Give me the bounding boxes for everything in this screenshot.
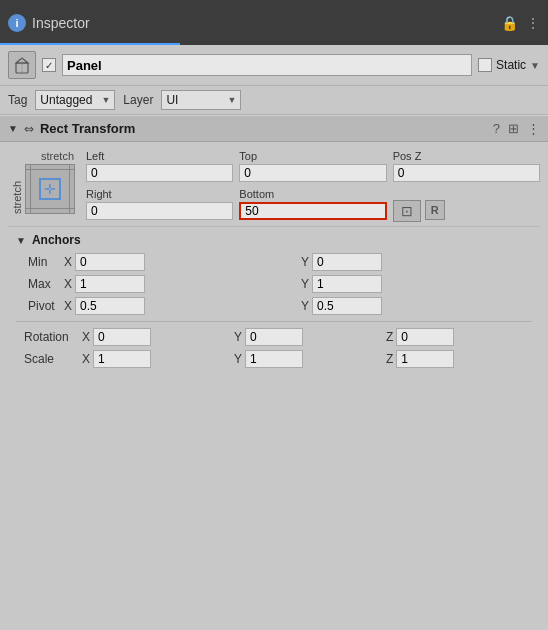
z-letter: Z	[386, 330, 393, 344]
tab-indicator	[0, 43, 180, 45]
anchors-max-row: Max X Y	[16, 275, 532, 293]
rect-transform-title: Rect Transform	[40, 121, 487, 136]
y-letter: Y	[301, 277, 309, 291]
stretch-vline-left	[30, 165, 31, 213]
anchors-pivot-x-coord: X	[64, 297, 295, 315]
anchors-min-label: Min	[28, 255, 58, 269]
anchors-min-y-input[interactable]	[312, 253, 382, 271]
scale-y-input[interactable]	[245, 350, 303, 368]
x-letter: X	[64, 299, 72, 313]
x-letter: X	[82, 330, 90, 344]
section-icons: ? ⊞ ⋮	[493, 121, 540, 136]
settings-icon[interactable]: ⊞	[508, 121, 519, 136]
scale-label: Scale	[24, 352, 76, 366]
rect-transform-header: ▼ ⇔ Rect Transform ? ⊞ ⋮	[0, 115, 548, 142]
fields-labels-row1: Left Top Pos Z	[86, 150, 540, 182]
empty-field-group: ⊡ R	[393, 186, 540, 222]
active-checkbox[interactable]: ✓	[42, 58, 56, 72]
tag-label: Tag	[8, 93, 27, 107]
bottom-input[interactable]	[239, 202, 386, 220]
inspector-header: i Inspector 🔒 ⋮	[0, 0, 548, 45]
left-label: Left	[86, 150, 233, 162]
more-options-icon[interactable]: ⋮	[526, 15, 540, 31]
tag-layer-row: Tag Untagged ▼ Layer UI ▼	[0, 86, 548, 115]
right-input[interactable]	[86, 202, 233, 220]
rotation-z-coord: Z	[386, 328, 532, 346]
fields-grid: Left Top Pos Z Right Bo	[86, 150, 540, 226]
rect-transform-body: stretch stretch ✛ Left	[0, 142, 548, 386]
x-letter: X	[82, 352, 90, 366]
anchors-max-y-coord: Y	[301, 275, 532, 293]
scale-x-coord: X	[82, 350, 228, 368]
tag-dropdown[interactable]: Untagged ▼	[35, 90, 115, 110]
anchors-collapse-arrow[interactable]: ▼	[16, 235, 26, 246]
y-letter: Y	[301, 299, 309, 313]
rotation-label: Rotation	[24, 330, 76, 344]
stretch-box[interactable]: ✛	[25, 164, 75, 214]
rotation-y-coord: Y	[234, 328, 380, 346]
stretch-widget: stretch stretch ✛	[8, 150, 78, 214]
rotation-y-input[interactable]	[245, 328, 303, 346]
anchors-pivot-label: Pivot	[28, 299, 58, 313]
layer-dropdown[interactable]: UI ▼	[161, 90, 241, 110]
bottom-field-group: Bottom	[239, 188, 386, 220]
divider	[16, 321, 532, 322]
section-expand-icon[interactable]: ⇔	[24, 122, 34, 136]
y-letter: Y	[234, 352, 242, 366]
x-letter: X	[64, 255, 72, 269]
tag-dropdown-arrow: ▼	[101, 95, 110, 105]
posz-label: Pos Z	[393, 150, 540, 162]
scale-z-input[interactable]	[396, 350, 454, 368]
anchors-max-x-input[interactable]	[75, 275, 145, 293]
posz-input[interactable]	[393, 164, 540, 182]
rotation-x-input[interactable]	[93, 328, 151, 346]
left-field-group: Left	[86, 150, 233, 182]
stretch-label-top: stretch	[41, 150, 78, 162]
rotation-row: Rotation X Y Z	[16, 328, 532, 346]
active-checkbox-area[interactable]: ✓	[42, 58, 56, 72]
tag-value: Untagged	[40, 93, 97, 107]
anchors-max-y-input[interactable]	[312, 275, 382, 293]
object-name-input[interactable]	[62, 54, 472, 76]
anchors-min-x-coord: X	[64, 253, 295, 271]
anchors-pivot-row: Pivot X Y	[16, 297, 532, 315]
inspector-icon: i	[8, 14, 26, 32]
static-dropdown-arrow[interactable]: ▼	[530, 60, 540, 71]
top-input[interactable]	[239, 164, 386, 182]
stretch-vline-right	[69, 165, 70, 213]
more-icon[interactable]: ⋮	[527, 121, 540, 136]
anchors-title: Anchors	[32, 233, 81, 247]
section-collapse-arrow[interactable]: ▼	[8, 123, 18, 134]
anchors-pivot-y-coord: Y	[301, 297, 532, 315]
anchors-pivot-y-input[interactable]	[312, 297, 382, 315]
top-label: Top	[239, 150, 386, 162]
stretch-cross-icon: ✛	[44, 181, 56, 197]
anchors-min-x-input[interactable]	[75, 253, 145, 271]
header-actions: 🔒 ⋮	[501, 15, 540, 31]
component-row: ✓ Static ▼	[0, 45, 548, 86]
empty-label	[393, 186, 540, 198]
inspector-title: Inspector	[32, 15, 495, 31]
bottom-label: Bottom	[239, 188, 386, 200]
static-checkbox[interactable]	[478, 58, 492, 72]
gameobject-icon	[8, 51, 36, 79]
right-label: Right	[86, 188, 233, 200]
fields-labels-row2: Right Bottom ⊡ R	[86, 186, 540, 222]
scale-x-input[interactable]	[93, 350, 151, 368]
left-input[interactable]	[86, 164, 233, 182]
layer-value: UI	[166, 93, 223, 107]
anchors-pivot-x-input[interactable]	[75, 297, 145, 315]
anchors-section: ▼ Anchors Min X Y Max X Y	[8, 226, 540, 378]
r-button[interactable]: R	[425, 200, 445, 220]
anchors-min-row: Min X Y	[16, 253, 532, 271]
stretch-layout: stretch stretch ✛ Left	[8, 150, 540, 226]
help-icon[interactable]: ?	[493, 121, 500, 136]
scale-row: Scale X Y Z	[16, 350, 532, 368]
checkmark-icon: ✓	[45, 60, 53, 71]
stretch-label-left: stretch	[11, 164, 23, 214]
z-letter: Z	[386, 352, 393, 366]
rotation-z-input[interactable]	[396, 328, 454, 346]
lock-icon[interactable]: 🔒	[501, 15, 518, 31]
scale-z-coord: Z	[386, 350, 532, 368]
blueprint-button[interactable]: ⊡	[393, 200, 421, 222]
